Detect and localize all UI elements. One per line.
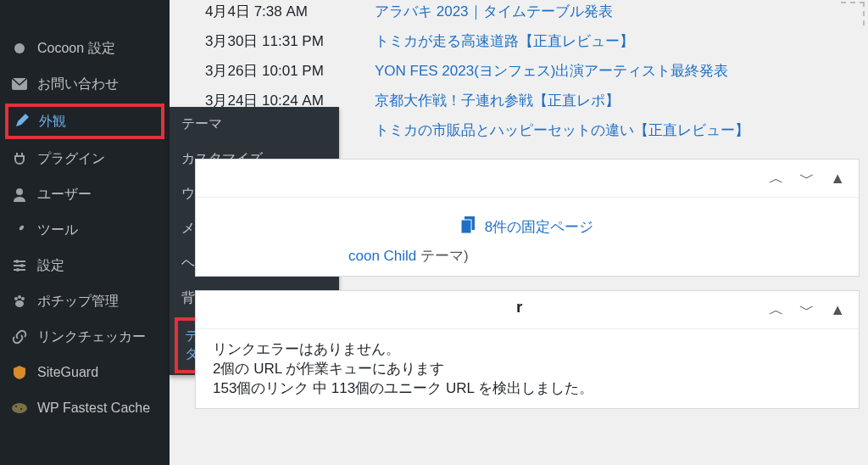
sidebar-item-label: 外観 (39, 113, 158, 131)
sidebar-item-label: プラグイン (37, 150, 159, 168)
post-row: 4月4日 7:38 AM アラバキ 2023｜タイムテーブル発表 (186, 0, 860, 30)
svg-point-9 (15, 300, 24, 307)
brush-icon (12, 112, 31, 131)
chevron-up-icon[interactable]: ︿ (769, 168, 784, 188)
theme-link[interactable]: coon Child (348, 248, 416, 264)
svg-point-3 (15, 260, 19, 263)
panel-fixed-pages: ︿ ﹀ ▲ 8件の固定ページ coon Child テーマ) (195, 159, 860, 277)
sidebar-item-siteguard[interactable]: SiteGuard (0, 355, 170, 390)
svg-point-5 (16, 268, 19, 272)
svg-point-4 (20, 264, 24, 267)
post-date: 3月26日 10:01 PM (205, 61, 375, 81)
sidebar-item-label: ツール (37, 221, 159, 239)
svg-point-8 (21, 297, 25, 300)
sidebar-item-label: WP Fastest Cache (37, 400, 159, 417)
sidebar-item-plugins[interactable]: プラグイン (0, 141, 170, 176)
linkchecker-line: リンクエラーはありません。 (213, 339, 842, 359)
post-date: 4月4日 7:38 AM (205, 2, 375, 21)
theme-line: coon Child テーマ) (348, 246, 842, 266)
svg-point-7 (18, 295, 21, 299)
post-date (205, 120, 375, 140)
svg-point-6 (14, 297, 18, 300)
admin-sidebar: Cocoon 設定 お問い合わせ 外観 プラグイン ユーザー ツール (0, 0, 170, 465)
user-icon (10, 185, 29, 204)
paw-icon (10, 292, 29, 311)
svg-point-11 (15, 406, 17, 407)
post-link[interactable]: YON FES 2023(ヨンフェス)出演アーティスト最終発表 (375, 61, 729, 81)
circle-icon (10, 39, 29, 58)
sliders-icon (10, 256, 29, 275)
sidebar-item-linkchecker[interactable]: リンクチェッカー (0, 319, 170, 355)
recent-posts-list: 4月4日 7:38 AM アラバキ 2023｜タイムテーブル発表 3月30日 1… (186, 0, 860, 148)
post-date: 3月24日 10:24 AM (205, 91, 375, 110)
sidebar-item-label: 設定 (37, 257, 159, 275)
cheetah-icon (10, 399, 29, 417)
post-link[interactable]: アラバキ 2023｜タイムテーブル発表 (375, 2, 613, 21)
sidebar-item-appearance[interactable]: 外観 (12, 112, 158, 131)
sidebar-item-label: ポチップ管理 (37, 293, 159, 311)
sidebar-item-label: お問い合わせ (37, 76, 159, 93)
sidebar-item-wpfc[interactable]: WP Fastest Cache (0, 390, 170, 426)
main-content: 4月4日 7:38 AM アラバキ 2023｜タイムテーブル発表 3月30日 1… (170, 0, 868, 465)
mail-icon (10, 75, 29, 93)
post-link[interactable]: トミカの市販品とハッピーセットの違い【正直レビュー】 (375, 120, 749, 140)
fixed-pages-label: 8件の固定ページ (485, 217, 593, 237)
sidebar-item-label: SiteGuard (37, 364, 159, 382)
wrench-icon (10, 221, 29, 239)
sidebar-item-tools[interactable]: ツール (0, 212, 170, 248)
post-date: 3月30日 11:31 PM (205, 31, 375, 51)
svg-point-10 (12, 403, 27, 413)
sidebar-item-settings[interactable]: 設定 (0, 248, 170, 283)
plug-icon (10, 149, 29, 168)
svg-point-12 (20, 408, 22, 410)
crop-marks-icon (841, 2, 865, 25)
linkchecker-line: 2個の URL が作業キューにあります (213, 359, 842, 378)
post-row: トミカの市販品とハッピーセットの違い【正直レビュー】 (186, 119, 860, 148)
panel-body: リンクエラーはありません。 2個の URL が作業キューにあります 153個のリ… (196, 329, 859, 408)
panel-body: 8件の固定ページ coon Child テーマ) (196, 198, 859, 276)
sidebar-item-label: Cocoon 設定 (37, 40, 159, 58)
panel-title-fragment: r (516, 298, 522, 317)
panel-header: ︿ ﹀ ▲ (196, 291, 859, 329)
link-icon (10, 328, 29, 346)
post-link[interactable]: 京都大作戦！子連れ参戦【正直レポ】 (375, 91, 620, 110)
collapse-triangle-icon[interactable]: ▲ (830, 170, 845, 188)
pages-icon (461, 216, 476, 238)
svg-rect-14 (461, 220, 471, 233)
svg-point-2 (16, 188, 23, 195)
theme-suffix: テーマ) (416, 248, 468, 264)
post-row: 3月30日 11:31 PM トミカが走る高速道路【正直レビュー】 (186, 30, 860, 59)
sidebar-item-cocoon[interactable]: Cocoon 設定 (0, 31, 170, 66)
panel-link-checker: r ︿ ﹀ ▲ リンクエラーはありません。 2個の URL が作業キューにありま… (195, 290, 860, 409)
linkchecker-line: 153個のリンク 中 113個のユニーク URL を検出しました。 (213, 378, 842, 398)
panel-header: ︿ ﹀ ▲ (196, 160, 859, 198)
svg-point-0 (14, 43, 25, 53)
sidebar-item-pochipp[interactable]: ポチップ管理 (0, 283, 170, 319)
sidebar-item-users[interactable]: ユーザー (0, 176, 170, 212)
sidebar-item-contact[interactable]: お問い合わせ (0, 66, 170, 102)
chevron-down-icon[interactable]: ﹀ (799, 168, 815, 188)
chevron-up-icon[interactable]: ︿ (769, 300, 784, 320)
highlight-box-appearance: 外観 (5, 104, 164, 139)
fixed-pages-link[interactable]: 8件の固定ページ (213, 208, 842, 246)
collapse-triangle-icon[interactable]: ▲ (830, 301, 845, 319)
post-row: 3月24日 10:24 AM 京都大作戦！子連れ参戦【正直レポ】 (186, 89, 860, 119)
sidebar-item-label: ユーザー (37, 186, 159, 204)
sidebar-item-label: リンクチェッカー (37, 328, 159, 346)
shield-icon (10, 363, 29, 382)
post-row: 3月26日 10:01 PM YON FES 2023(ヨンフェス)出演アーティ… (186, 59, 860, 89)
chevron-down-icon[interactable]: ﹀ (799, 300, 815, 320)
post-link[interactable]: トミカが走る高速道路【正直レビュー】 (375, 31, 634, 51)
